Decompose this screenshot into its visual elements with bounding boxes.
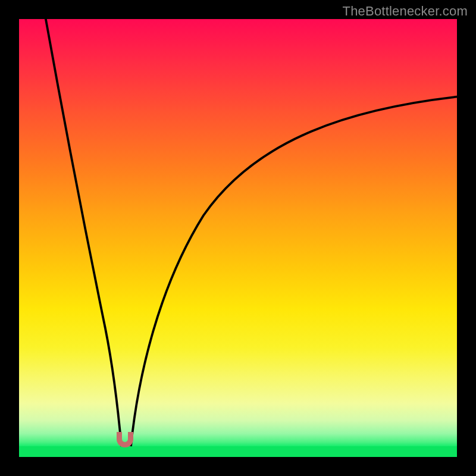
curve-right-branch	[131, 96, 457, 446]
curves-svg	[19, 19, 457, 457]
curve-left-branch	[45, 19, 121, 446]
attribution-text: TheBottlenecker.com	[343, 4, 468, 19]
plot-frame	[19, 19, 457, 457]
